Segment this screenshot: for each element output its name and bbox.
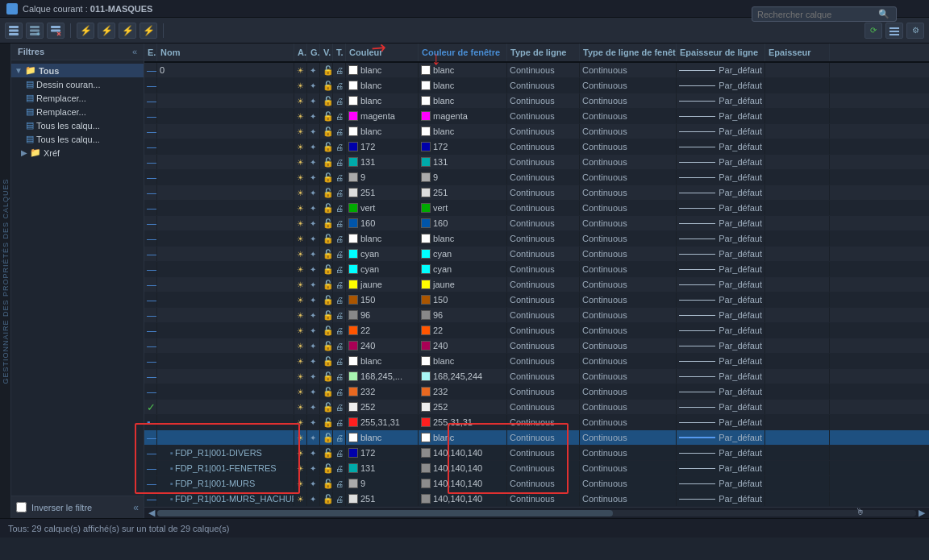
- cell-name[interactable]: ▪ FDP_R1|001-MURS: [157, 476, 294, 491]
- cell-wcolor[interactable]: 22: [419, 323, 507, 338]
- cell-a[interactable]: ☀: [294, 492, 307, 506]
- cell-t[interactable]: 🖨: [333, 308, 346, 322]
- cell-t[interactable]: 🖨: [333, 201, 346, 215]
- cell-v[interactable]: 🔓: [320, 109, 333, 123]
- cell-wcolor[interactable]: 140,140,140: [419, 476, 507, 491]
- cell-color[interactable]: 96: [346, 308, 419, 322]
- horizontal-scrollbar[interactable]: ◀ ▶ 🖰: [144, 507, 929, 518]
- cell-t[interactable]: 🖨: [333, 400, 346, 414]
- cell-lw[interactable]: Par_défaut: [677, 400, 765, 414]
- cell-ltype[interactable]: Continuous: [507, 292, 580, 307]
- cell-color[interactable]: 240: [346, 338, 419, 353]
- table-row[interactable]: — ☀ ✦ 🔓 🖨 172 172 Continuous Continuous …: [144, 139, 929, 155]
- cell-lw[interactable]: Par_défaut: [677, 308, 765, 322]
- cell-lw[interactable]: Par_défaut: [677, 139, 765, 154]
- cell-wltype[interactable]: Continuous: [580, 78, 677, 93]
- cell-v[interactable]: 🔓: [320, 369, 333, 384]
- cell-wcolor[interactable]: 251: [419, 185, 507, 200]
- cell-v[interactable]: 🔓: [320, 124, 333, 139]
- cell-v[interactable]: 🔓: [320, 492, 333, 506]
- cell-lw[interactable]: Par_défaut: [677, 369, 765, 384]
- table-row[interactable]: — ☀ ✦ 🔓 🖨 22 22 Continuous Continuous Pa…: [144, 323, 929, 338]
- cell-wcolor[interactable]: blanc: [419, 78, 507, 93]
- cell-ltype[interactable]: Continuous: [507, 461, 580, 475]
- cell-t[interactable]: 🖨: [333, 323, 346, 338]
- cell-lw[interactable]: Par_défaut: [677, 201, 765, 215]
- cell-wcolor[interactable]: blanc: [419, 124, 507, 139]
- cell-wltype[interactable]: Continuous: [580, 292, 677, 307]
- cell-v[interactable]: 🔓: [320, 262, 333, 276]
- cell-a[interactable]: ☀: [294, 155, 307, 169]
- sidebar-item-dessin[interactable]: ▤ Dessin couran...: [11, 77, 144, 91]
- cell-wcolor[interactable]: 150: [419, 292, 507, 307]
- cell-name[interactable]: [157, 308, 294, 322]
- table-row[interactable]: — ☀ ✦ 🔓 🖨 150 150 Continuous Continuous …: [144, 292, 929, 308]
- cell-wcolor[interactable]: 172: [419, 139, 507, 154]
- cell-v[interactable]: 🔓: [320, 354, 333, 368]
- cell-lw[interactable]: Par_défaut: [677, 216, 765, 230]
- cell-ltype[interactable]: Continuous: [507, 155, 580, 169]
- cell-g[interactable]: ✦: [307, 93, 320, 108]
- cell-lw[interactable]: Par_défaut: [677, 461, 765, 475]
- cell-v[interactable]: 🔓: [320, 400, 333, 414]
- cell-lw[interactable]: Par_défaut: [677, 354, 765, 368]
- cell-g[interactable]: ✦: [307, 124, 320, 139]
- cell-v[interactable]: 🔓: [320, 93, 333, 108]
- cell-wltype[interactable]: Continuous: [580, 247, 677, 261]
- cell-t[interactable]: 🖨: [333, 78, 346, 93]
- table-row[interactable]: — ▪ FDP_R1|001-MURS_HACHURES ☀ ✦ 🔓 🖨 251…: [144, 492, 929, 507]
- cell-ltype[interactable]: Continuous: [507, 247, 580, 261]
- cell-lw[interactable]: Par_défaut: [677, 292, 765, 307]
- cell-name[interactable]: [157, 262, 294, 276]
- cell-color[interactable]: 172: [346, 139, 419, 154]
- cell-g[interactable]: ✦: [307, 247, 320, 261]
- cell-color[interactable]: blanc: [346, 63, 419, 77]
- cell-t[interactable]: 🖨: [333, 430, 346, 445]
- cell-t[interactable]: 🖨: [333, 292, 346, 307]
- cell-v[interactable]: 🔓: [320, 155, 333, 169]
- lightning1-button[interactable]: ⚡: [77, 23, 94, 39]
- cell-color[interactable]: 150: [346, 292, 419, 307]
- cell-color[interactable]: blanc: [346, 78, 419, 93]
- cell-name[interactable]: [157, 323, 294, 338]
- cell-lw[interactable]: Par_défaut: [677, 185, 765, 200]
- cell-g[interactable]: ✦: [307, 78, 320, 93]
- cell-g[interactable]: ✦: [307, 338, 320, 353]
- cell-color[interactable]: cyan: [346, 247, 419, 261]
- cell-wltype[interactable]: Continuous: [580, 476, 677, 491]
- cell-name[interactable]: [157, 93, 294, 108]
- table-row[interactable]: ✓ ☀ ✦ 🔓 🖨 252 252 Continuous Continuous …: [144, 400, 929, 415]
- col-header-lw[interactable]: Epaisseur de ligne: [677, 44, 765, 61]
- col-header-wltype[interactable]: Type de ligne de fenêtre: [580, 44, 677, 61]
- cell-a[interactable]: ☀: [294, 139, 307, 154]
- cell-lw[interactable]: Par_défaut: [677, 338, 765, 353]
- cell-t[interactable]: 🖨: [333, 277, 346, 292]
- cell-g[interactable]: ✦: [307, 262, 320, 276]
- table-row[interactable]: — ▪ FDP_R1|001-DIVERS ☀ ✦ 🔓 🖨 172 140,14…: [144, 446, 929, 461]
- cell-color[interactable]: blanc: [346, 93, 419, 108]
- cell-wcolor[interactable]: magenta: [419, 109, 507, 123]
- cell-name[interactable]: [157, 292, 294, 307]
- table-row[interactable]: — ☀ ✦ 🔓 🖨 160 160 Continuous Continuous …: [144, 216, 929, 231]
- sidebar-item-xref[interactable]: ▶ 📁 Xréf: [11, 146, 144, 160]
- cell-t[interactable]: 🖨: [333, 185, 346, 200]
- cell-a[interactable]: ☀: [294, 277, 307, 292]
- cell-color[interactable]: 172: [346, 446, 419, 460]
- cell-v[interactable]: 🔓: [320, 216, 333, 230]
- cell-ltype[interactable]: Continuous: [507, 430, 580, 445]
- cell-color[interactable]: 251: [346, 185, 419, 200]
- cell-v[interactable]: 🔓: [320, 430, 333, 445]
- cell-v[interactable]: 🔓: [320, 63, 333, 77]
- cell-color[interactable]: 232: [346, 384, 419, 399]
- cell-name[interactable]: [157, 201, 294, 215]
- cell-wltype[interactable]: Continuous: [580, 216, 677, 230]
- scroll-right-button[interactable]: ▶: [916, 508, 927, 518]
- cell-wcolor[interactable]: 140,140,140: [419, 492, 507, 506]
- cell-v[interactable]: 🔓: [320, 308, 333, 322]
- cell-a[interactable]: ☀: [294, 247, 307, 261]
- cell-color[interactable]: 252: [346, 400, 419, 414]
- table-row[interactable]: — ☀ ✦ 🔓 🖨 jaune jaune Continuous Continu…: [144, 277, 929, 292]
- table-row[interactable]: — ☀ ✦ 🔓 🖨 blanc blanc Continuous Continu…: [144, 354, 929, 369]
- cell-color[interactable]: jaune: [346, 277, 419, 292]
- cell-wcolor[interactable]: 240: [419, 338, 507, 353]
